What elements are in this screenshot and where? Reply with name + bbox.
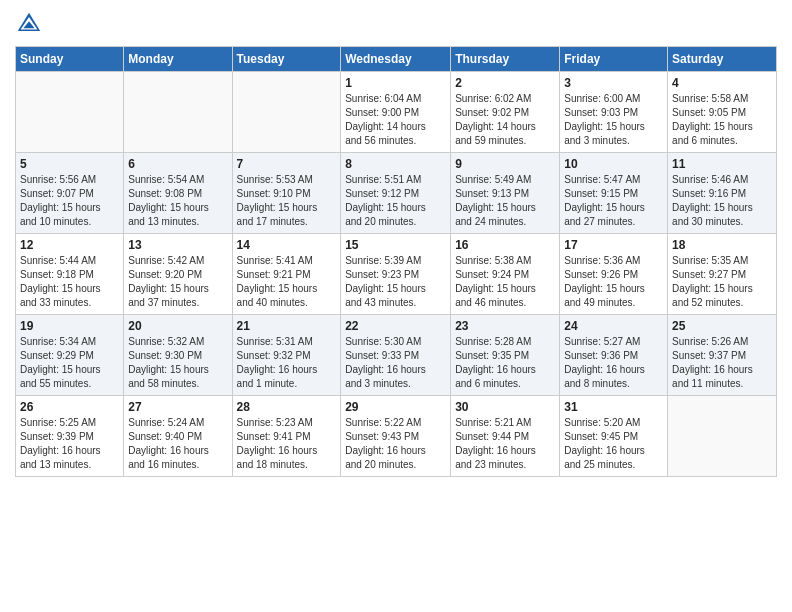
day-info: Sunrise: 5:36 AM Sunset: 9:26 PM Dayligh… xyxy=(564,254,663,310)
day-info: Sunrise: 5:27 AM Sunset: 9:36 PM Dayligh… xyxy=(564,335,663,391)
day-number: 1 xyxy=(345,76,446,90)
week-row-4: 19Sunrise: 5:34 AM Sunset: 9:29 PM Dayli… xyxy=(16,315,777,396)
day-info: Sunrise: 5:38 AM Sunset: 9:24 PM Dayligh… xyxy=(455,254,555,310)
day-info: Sunrise: 5:30 AM Sunset: 9:33 PM Dayligh… xyxy=(345,335,446,391)
day-cell: 18Sunrise: 5:35 AM Sunset: 9:27 PM Dayli… xyxy=(668,234,777,315)
day-number: 8 xyxy=(345,157,446,171)
day-info: Sunrise: 5:54 AM Sunset: 9:08 PM Dayligh… xyxy=(128,173,227,229)
day-number: 6 xyxy=(128,157,227,171)
day-info: Sunrise: 5:47 AM Sunset: 9:15 PM Dayligh… xyxy=(564,173,663,229)
day-number: 4 xyxy=(672,76,772,90)
logo xyxy=(15,10,47,38)
day-info: Sunrise: 5:21 AM Sunset: 9:44 PM Dayligh… xyxy=(455,416,555,472)
day-info: Sunrise: 5:53 AM Sunset: 9:10 PM Dayligh… xyxy=(237,173,337,229)
day-number: 11 xyxy=(672,157,772,171)
calendar-table: SundayMondayTuesdayWednesdayThursdayFrid… xyxy=(15,46,777,477)
day-cell: 28Sunrise: 5:23 AM Sunset: 9:41 PM Dayli… xyxy=(232,396,341,477)
weekday-header-saturday: Saturday xyxy=(668,47,777,72)
day-cell: 8Sunrise: 5:51 AM Sunset: 9:12 PM Daylig… xyxy=(341,153,451,234)
day-info: Sunrise: 5:23 AM Sunset: 9:41 PM Dayligh… xyxy=(237,416,337,472)
day-number: 23 xyxy=(455,319,555,333)
day-number: 20 xyxy=(128,319,227,333)
day-cell: 12Sunrise: 5:44 AM Sunset: 9:18 PM Dayli… xyxy=(16,234,124,315)
day-cell xyxy=(232,72,341,153)
day-cell xyxy=(16,72,124,153)
day-cell: 7Sunrise: 5:53 AM Sunset: 9:10 PM Daylig… xyxy=(232,153,341,234)
weekday-header-friday: Friday xyxy=(560,47,668,72)
day-number: 17 xyxy=(564,238,663,252)
day-info: Sunrise: 5:25 AM Sunset: 9:39 PM Dayligh… xyxy=(20,416,119,472)
day-info: Sunrise: 5:39 AM Sunset: 9:23 PM Dayligh… xyxy=(345,254,446,310)
day-cell: 29Sunrise: 5:22 AM Sunset: 9:43 PM Dayli… xyxy=(341,396,451,477)
day-info: Sunrise: 5:26 AM Sunset: 9:37 PM Dayligh… xyxy=(672,335,772,391)
day-cell: 3Sunrise: 6:00 AM Sunset: 9:03 PM Daylig… xyxy=(560,72,668,153)
day-info: Sunrise: 5:20 AM Sunset: 9:45 PM Dayligh… xyxy=(564,416,663,472)
day-number: 2 xyxy=(455,76,555,90)
day-number: 24 xyxy=(564,319,663,333)
day-number: 10 xyxy=(564,157,663,171)
day-cell: 23Sunrise: 5:28 AM Sunset: 9:35 PM Dayli… xyxy=(451,315,560,396)
day-cell: 11Sunrise: 5:46 AM Sunset: 9:16 PM Dayli… xyxy=(668,153,777,234)
day-number: 12 xyxy=(20,238,119,252)
week-row-5: 26Sunrise: 5:25 AM Sunset: 9:39 PM Dayli… xyxy=(16,396,777,477)
day-info: Sunrise: 5:58 AM Sunset: 9:05 PM Dayligh… xyxy=(672,92,772,148)
day-cell: 2Sunrise: 6:02 AM Sunset: 9:02 PM Daylig… xyxy=(451,72,560,153)
day-info: Sunrise: 6:02 AM Sunset: 9:02 PM Dayligh… xyxy=(455,92,555,148)
day-info: Sunrise: 5:46 AM Sunset: 9:16 PM Dayligh… xyxy=(672,173,772,229)
day-cell: 9Sunrise: 5:49 AM Sunset: 9:13 PM Daylig… xyxy=(451,153,560,234)
day-number: 29 xyxy=(345,400,446,414)
day-info: Sunrise: 5:35 AM Sunset: 9:27 PM Dayligh… xyxy=(672,254,772,310)
day-cell xyxy=(124,72,232,153)
calendar-container: SundayMondayTuesdayWednesdayThursdayFrid… xyxy=(0,0,792,492)
day-number: 22 xyxy=(345,319,446,333)
header xyxy=(15,10,777,38)
weekday-header-tuesday: Tuesday xyxy=(232,47,341,72)
week-row-1: 1Sunrise: 6:04 AM Sunset: 9:00 PM Daylig… xyxy=(16,72,777,153)
weekday-header-row: SundayMondayTuesdayWednesdayThursdayFrid… xyxy=(16,47,777,72)
day-number: 26 xyxy=(20,400,119,414)
day-number: 21 xyxy=(237,319,337,333)
day-number: 14 xyxy=(237,238,337,252)
day-number: 16 xyxy=(455,238,555,252)
day-cell: 5Sunrise: 5:56 AM Sunset: 9:07 PM Daylig… xyxy=(16,153,124,234)
day-cell: 14Sunrise: 5:41 AM Sunset: 9:21 PM Dayli… xyxy=(232,234,341,315)
day-cell: 10Sunrise: 5:47 AM Sunset: 9:15 PM Dayli… xyxy=(560,153,668,234)
day-cell: 17Sunrise: 5:36 AM Sunset: 9:26 PM Dayli… xyxy=(560,234,668,315)
weekday-header-thursday: Thursday xyxy=(451,47,560,72)
day-number: 18 xyxy=(672,238,772,252)
day-number: 13 xyxy=(128,238,227,252)
day-number: 19 xyxy=(20,319,119,333)
day-number: 5 xyxy=(20,157,119,171)
week-row-3: 12Sunrise: 5:44 AM Sunset: 9:18 PM Dayli… xyxy=(16,234,777,315)
day-info: Sunrise: 5:51 AM Sunset: 9:12 PM Dayligh… xyxy=(345,173,446,229)
weekday-header-monday: Monday xyxy=(124,47,232,72)
day-cell: 16Sunrise: 5:38 AM Sunset: 9:24 PM Dayli… xyxy=(451,234,560,315)
day-info: Sunrise: 5:42 AM Sunset: 9:20 PM Dayligh… xyxy=(128,254,227,310)
day-cell: 21Sunrise: 5:31 AM Sunset: 9:32 PM Dayli… xyxy=(232,315,341,396)
day-info: Sunrise: 6:04 AM Sunset: 9:00 PM Dayligh… xyxy=(345,92,446,148)
day-info: Sunrise: 5:31 AM Sunset: 9:32 PM Dayligh… xyxy=(237,335,337,391)
day-cell: 6Sunrise: 5:54 AM Sunset: 9:08 PM Daylig… xyxy=(124,153,232,234)
day-cell: 27Sunrise: 5:24 AM Sunset: 9:40 PM Dayli… xyxy=(124,396,232,477)
day-cell: 30Sunrise: 5:21 AM Sunset: 9:44 PM Dayli… xyxy=(451,396,560,477)
day-info: Sunrise: 5:49 AM Sunset: 9:13 PM Dayligh… xyxy=(455,173,555,229)
day-number: 30 xyxy=(455,400,555,414)
day-number: 7 xyxy=(237,157,337,171)
day-cell: 25Sunrise: 5:26 AM Sunset: 9:37 PM Dayli… xyxy=(668,315,777,396)
day-cell: 15Sunrise: 5:39 AM Sunset: 9:23 PM Dayli… xyxy=(341,234,451,315)
day-cell: 31Sunrise: 5:20 AM Sunset: 9:45 PM Dayli… xyxy=(560,396,668,477)
day-cell: 24Sunrise: 5:27 AM Sunset: 9:36 PM Dayli… xyxy=(560,315,668,396)
day-cell: 1Sunrise: 6:04 AM Sunset: 9:00 PM Daylig… xyxy=(341,72,451,153)
day-info: Sunrise: 6:00 AM Sunset: 9:03 PM Dayligh… xyxy=(564,92,663,148)
day-info: Sunrise: 5:22 AM Sunset: 9:43 PM Dayligh… xyxy=(345,416,446,472)
day-number: 9 xyxy=(455,157,555,171)
day-cell: 13Sunrise: 5:42 AM Sunset: 9:20 PM Dayli… xyxy=(124,234,232,315)
logo-icon xyxy=(15,10,43,38)
day-cell: 19Sunrise: 5:34 AM Sunset: 9:29 PM Dayli… xyxy=(16,315,124,396)
day-cell: 20Sunrise: 5:32 AM Sunset: 9:30 PM Dayli… xyxy=(124,315,232,396)
day-cell: 4Sunrise: 5:58 AM Sunset: 9:05 PM Daylig… xyxy=(668,72,777,153)
day-info: Sunrise: 5:24 AM Sunset: 9:40 PM Dayligh… xyxy=(128,416,227,472)
day-info: Sunrise: 5:34 AM Sunset: 9:29 PM Dayligh… xyxy=(20,335,119,391)
week-row-2: 5Sunrise: 5:56 AM Sunset: 9:07 PM Daylig… xyxy=(16,153,777,234)
day-info: Sunrise: 5:44 AM Sunset: 9:18 PM Dayligh… xyxy=(20,254,119,310)
